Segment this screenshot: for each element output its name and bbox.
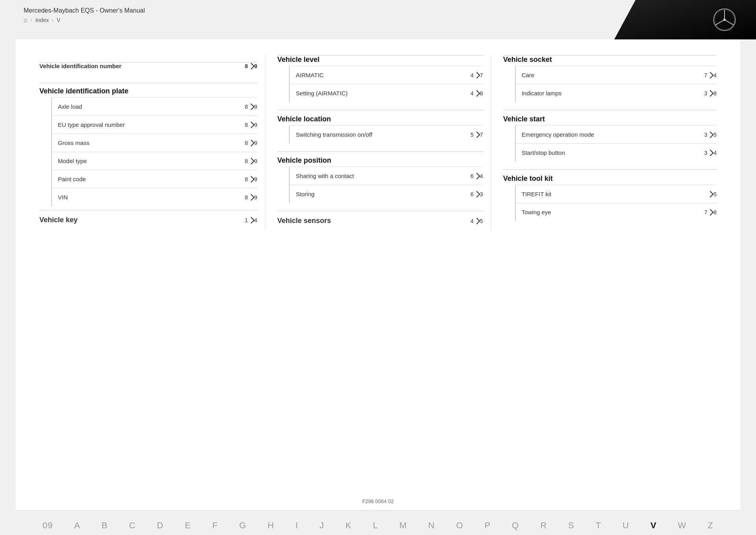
entry-page-eu-type: 89 <box>245 122 258 128</box>
alpha-Z[interactable]: Z <box>704 518 716 533</box>
alpha-W[interactable]: W <box>675 518 690 533</box>
entry-towing-eye[interactable]: Towing eye 78 <box>516 203 717 221</box>
entry-label-towing-eye: Towing eye <box>522 209 704 215</box>
entry-label-storing: Storing <box>296 191 471 197</box>
entry-vin[interactable]: VIN 89 <box>52 188 257 206</box>
entry-vehicle-key[interactable]: Vehicle key 14 <box>39 210 257 230</box>
index-grid: Vehicle identification number 89 Vehicle… <box>39 55 717 230</box>
entry-page-care: 74 <box>704 72 717 78</box>
entry-label-paint-code: Paint code <box>58 176 245 182</box>
alpha-B[interactable]: B <box>98 518 111 533</box>
alpha-V[interactable]: V <box>647 518 660 533</box>
page-footer: F296 0064 02 <box>16 492 740 510</box>
entry-label-switching-transmission: Switching transmission on/off <box>296 131 471 138</box>
alpha-I[interactable]: I <box>292 518 301 533</box>
home-icon[interactable]: ⌂ <box>24 17 28 24</box>
entry-paint-code[interactable]: Paint code 89 <box>52 170 257 188</box>
breadcrumb-sep2: › <box>52 17 54 23</box>
sub-section-vehicle-start: Emergency operation mode 35 Start/stop b… <box>515 125 717 162</box>
alpha-G[interactable]: G <box>236 518 249 533</box>
entry-page-switching-transmission: 57 <box>471 132 483 138</box>
alpha-U[interactable]: U <box>619 518 632 533</box>
entry-page-vehicle-sensors: 45 <box>471 218 483 224</box>
entry-label-care: Care <box>522 72 704 78</box>
entry-indicator-lamps[interactable]: Indicator lamps 38 <box>516 84 717 102</box>
sub-section-vehicle-level: AIRMATIC 47 Setting (AIRMATIC) 48 <box>289 66 483 102</box>
entry-page-vin: 89 <box>245 63 258 69</box>
alpha-N[interactable]: N <box>425 518 438 533</box>
breadcrumb-sep1: › <box>31 17 32 23</box>
alpha-Q[interactable]: Q <box>509 518 522 533</box>
alphabet-bar: 09 A B C D E F G H I J K L M N O P Q R S… <box>16 510 740 535</box>
section-vehicle-location: Vehicle location Switching transmission … <box>277 110 483 143</box>
section-title-vehicle-position: Vehicle position <box>277 151 483 167</box>
entry-page-axle-load: 89 <box>245 104 258 110</box>
breadcrumb-index[interactable]: Index <box>35 17 49 23</box>
sub-section-vehicle-tool-kit: TIREFIT kit 5 Towing eye 78 <box>515 185 717 221</box>
alpha-K[interactable]: K <box>342 518 355 533</box>
alpha-09[interactable]: 09 <box>39 518 56 533</box>
main-content: Vehicle identification number 89 Vehicle… <box>16 39 740 492</box>
entry-label-model-type: Model type <box>58 158 245 164</box>
alpha-L[interactable]: L <box>370 518 381 533</box>
manual-title: Mercedes-Maybach EQS - Owner's Manual <box>24 7 732 14</box>
alpha-P[interactable]: P <box>481 518 494 533</box>
entry-page-gross-mass: 89 <box>245 140 258 146</box>
section-vehicle-level: Vehicle level AIRMATIC 47 Setting (AIRMA… <box>277 55 483 102</box>
alpha-R[interactable]: R <box>537 518 550 533</box>
alpha-M[interactable]: M <box>396 518 410 533</box>
entry-emergency-op[interactable]: Emergency operation mode 35 <box>516 125 717 143</box>
alpha-F[interactable]: F <box>209 518 221 533</box>
alpha-D[interactable]: D <box>154 518 167 533</box>
entry-sharing-contact[interactable]: Sharing with a contact 64 <box>290 167 483 185</box>
section-title-vehicle-tool-kit: Vehicle tool kit <box>503 169 717 185</box>
entry-vehicle-sensors[interactable]: Vehicle sensors 45 <box>277 211 483 230</box>
column-1: Vehicle identification number 89 Vehicle… <box>39 55 265 230</box>
section-vehicle-start: Vehicle start Emergency operation mode 3… <box>503 110 717 162</box>
alpha-J[interactable]: J <box>316 518 327 533</box>
section-title-vehicle-start: Vehicle start <box>503 110 717 125</box>
entry-page-emergency-op: 35 <box>704 132 717 138</box>
entry-start-stop[interactable]: Start/stop button 34 <box>516 143 717 162</box>
alpha-S[interactable]: S <box>565 518 578 533</box>
entry-label-indicator-lamps: Indicator lamps <box>522 90 704 97</box>
entry-storing[interactable]: Storing 63 <box>290 185 483 203</box>
alpha-A[interactable]: A <box>71 518 83 533</box>
alpha-H[interactable]: H <box>265 518 278 533</box>
alpha-E[interactable]: E <box>182 518 194 533</box>
entry-axle-load[interactable]: Axle load 89 <box>52 97 257 115</box>
svg-point-5 <box>723 19 726 21</box>
entry-eu-type[interactable]: EU type approval number 89 <box>52 115 257 134</box>
entry-tirefit[interactable]: TIREFIT kit 5 <box>516 185 717 203</box>
entry-label-axle-load: Axle load <box>58 103 245 110</box>
entry-switching-transmission[interactable]: Switching transmission on/off 57 <box>290 125 483 143</box>
section-vehicle-key: Vehicle key 14 <box>39 210 257 230</box>
section-title-vehicle-location: Vehicle location <box>277 110 483 125</box>
section-vehicle-id-plate: Vehicle identification plate Axle load 8… <box>39 83 257 206</box>
page-header: Mercedes-Maybach EQS - Owner's Manual ⌂ … <box>0 0 756 39</box>
entry-label-vin[interactable]: Vehicle identification number <box>39 63 245 69</box>
column-2: Vehicle level AIRMATIC 47 Setting (AIRMA… <box>265 55 491 230</box>
mercedes-logo <box>713 8 736 32</box>
alpha-C[interactable]: C <box>126 518 139 533</box>
section-vehicle-position: Vehicle position Sharing with a contact … <box>277 151 483 203</box>
entry-gross-mass[interactable]: Gross mass 89 <box>52 134 257 152</box>
footer-code: F296 0064 02 <box>362 498 394 504</box>
alpha-O[interactable]: O <box>453 518 466 533</box>
entry-label-vin-sub: VIN <box>58 194 245 201</box>
entry-setting-airmatic[interactable]: Setting (AIRMATIC) 48 <box>290 84 483 102</box>
entry-care[interactable]: Care 74 <box>516 66 717 84</box>
alpha-T[interactable]: T <box>593 518 604 533</box>
entry-airmatic[interactable]: AIRMATIC 47 <box>290 66 483 84</box>
entry-page-storing: 63 <box>471 191 483 197</box>
entry-label-vehicle-sensors: Vehicle sensors <box>277 217 471 225</box>
entry-model-type[interactable]: Model type 89 <box>52 152 257 170</box>
entry-label-tirefit: TIREFIT kit <box>522 191 708 197</box>
column-3: Vehicle socket Care 74 Indicator lamps 3… <box>491 55 717 230</box>
entry-page-start-stop: 34 <box>704 150 717 156</box>
entry-page-paint-code: 89 <box>245 176 258 182</box>
entry-page-setting-airmatic: 48 <box>471 90 483 97</box>
entry-label-emergency-op: Emergency operation mode <box>522 131 704 138</box>
entry-label-airmatic: AIRMATIC <box>296 72 471 78</box>
section-vehicle-socket: Vehicle socket Care 74 Indicator lamps 3… <box>503 55 717 102</box>
